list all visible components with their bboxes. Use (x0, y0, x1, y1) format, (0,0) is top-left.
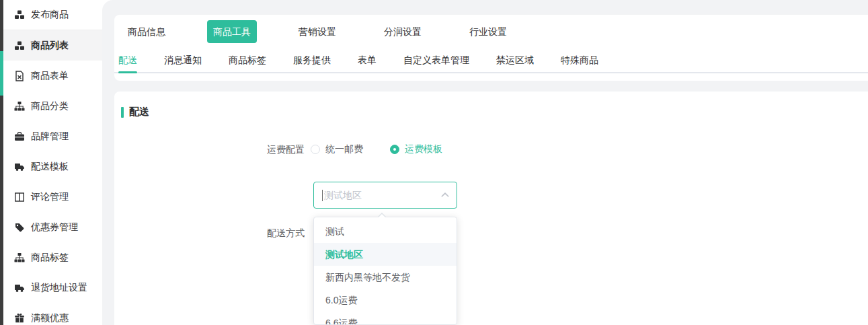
top-tab-bar: 商品信息 商品工具 营销设置 分润设置 行业设置 (114, 15, 868, 48)
sitemap-icon (13, 101, 25, 112)
sidebar-item-product-form[interactable]: 商品表单 (3, 61, 102, 91)
sidebar-item-coupon-management[interactable]: 优惠券管理 (3, 212, 102, 242)
subtab-message-notify[interactable]: 消息通知 (164, 48, 202, 72)
dropdown-option-test-area[interactable]: 测试地区 (314, 243, 457, 266)
dropdown-option-freight-6-6[interactable]: 6.6运费 (314, 312, 457, 325)
background-corner (102, 0, 113, 11)
dropdown-option-no-shipping-areas[interactable]: 新西内黑等地不发货 (314, 266, 457, 289)
subtab-custom-form-management[interactable]: 自定义表单管理 (403, 48, 469, 72)
subtab-form[interactable]: 表单 (358, 48, 377, 72)
scrollbar-thumb[interactable] (0, 51, 3, 96)
dropdown-arrow-notch (378, 213, 386, 217)
dropdown-option-test[interactable]: 测试 (314, 220, 457, 243)
columns-icon (13, 192, 25, 203)
truck-icon (13, 283, 25, 293)
section-accent-bar (121, 107, 124, 118)
tab-profit-settings[interactable]: 分润设置 (384, 20, 469, 43)
sidebar-item-label: 发布商品 (31, 9, 69, 21)
sidebar-item-label: 品牌管理 (31, 131, 69, 143)
sidebar-item-product-category[interactable]: 商品分类 (3, 91, 102, 121)
subtab-embargo-area[interactable]: 禁运区域 (496, 48, 534, 72)
sidebar-item-label: 商品列表 (31, 40, 69, 52)
dropdown-list: 测试 测试地区 新西内黑等地不发货 6.0运费 6.6运费 (314, 217, 457, 325)
sidebar-item-label: 退货地址设置 (31, 282, 87, 294)
sidebar: 发布商品 商品列表 商品表单 商品分类 品牌管理 配送模板 评论管理 (3, 0, 102, 325)
radio-freight-template[interactable]: 运费模板 (390, 143, 442, 155)
freight-config-radio-group: 统一邮费 运费模板 (311, 140, 469, 159)
subtab-special-product[interactable]: 特殊商品 (561, 48, 598, 72)
sidebar-item-label: 商品分类 (31, 100, 69, 112)
subtab-delivery[interactable]: 配送 (118, 48, 137, 72)
content-panel: 配送 运费配置 统一邮费 运费模板 配送方式 测试 测试地区 新西内黑等地不发货… (114, 92, 868, 325)
sidebar-item-product-list[interactable]: 商品列表 (3, 30, 102, 61)
tab-product-tools[interactable]: 商品工具 (213, 20, 299, 43)
radio-unified-postage[interactable]: 统一邮费 (311, 143, 363, 155)
dropdown-option-freight-6-0[interactable]: 6.0运费 (314, 289, 457, 312)
chevron-up-icon[interactable] (440, 190, 450, 200)
sidebar-item-label: 评论管理 (31, 191, 69, 203)
subtab-product-tags[interactable]: 商品标签 (229, 48, 266, 72)
sidebar-item-brand-management[interactable]: 品牌管理 (3, 121, 102, 151)
sidebar-item-publish-product[interactable]: 发布商品 (3, 0, 102, 30)
tab-marketing-settings[interactable]: 营销设置 (299, 20, 384, 43)
subtab-service-provide[interactable]: 服务提供 (293, 48, 331, 72)
sidebar-item-label: 商品表单 (31, 70, 69, 82)
section-header: 配送 (121, 106, 149, 118)
sidebar-item-label: 满额优惠 (31, 312, 69, 324)
radio-circle-icon (311, 145, 320, 154)
sidebar-item-label: 配送模板 (31, 161, 69, 173)
cubes-icon (13, 40, 25, 51)
briefcase-icon (13, 131, 25, 142)
freight-config-label: 运费配置 (266, 145, 305, 154)
template-select-input[interactable] (323, 189, 440, 201)
text-caret (322, 190, 323, 201)
template-select[interactable] (313, 182, 457, 209)
sitemap-icon (13, 252, 25, 263)
sidebar-item-full-discount[interactable]: 满额优惠 (3, 303, 102, 325)
radio-circle-checked-icon (390, 145, 399, 154)
sidebar-item-label: 商品标签 (31, 252, 69, 264)
sidebar-item-delivery-template[interactable]: 配送模板 (3, 151, 102, 182)
left-edge-strip (0, 0, 3, 325)
truck-icon (13, 161, 25, 172)
tab-industry-settings[interactable]: 行业设置 (469, 20, 555, 43)
tabs-panel: 商品信息 商品工具 营销设置 分润设置 行业设置 配送 消息通知 商品标签 服务… (114, 15, 868, 81)
sidebar-item-label: 优惠券管理 (31, 221, 78, 233)
sidebar-item-return-address[interactable]: 退货地址设置 (3, 273, 102, 303)
sidebar-item-product-tags[interactable]: 商品标签 (3, 242, 102, 273)
cubes-icon (13, 9, 25, 20)
page-title: 配送 (129, 106, 149, 118)
tab-product-info[interactable]: 商品信息 (128, 20, 213, 43)
template-dropdown: 测试 测试地区 新西内黑等地不发货 6.0运费 6.6运费 (313, 217, 457, 325)
sub-tab-bar: 配送 消息通知 商品标签 服务提供 表单 自定义表单管理 禁运区域 特殊商品 (114, 48, 868, 73)
file-excel-icon (13, 71, 25, 81)
sidebar-item-review-management[interactable]: 评论管理 (3, 182, 102, 212)
gift-icon (13, 313, 25, 324)
delivery-method-label: 配送方式 (266, 228, 305, 238)
tag-icon (13, 222, 25, 233)
